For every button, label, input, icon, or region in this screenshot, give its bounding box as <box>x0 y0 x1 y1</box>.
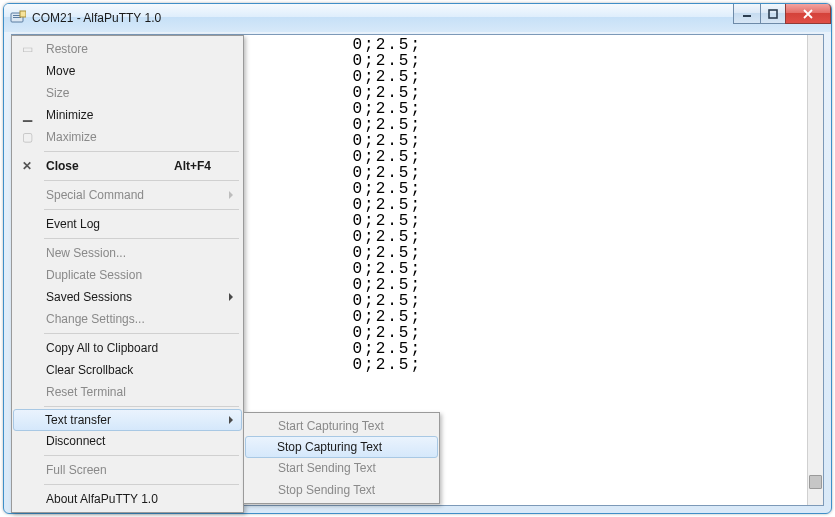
menu-separator <box>44 406 239 407</box>
svg-rect-4 <box>743 15 751 17</box>
menu-full-screen[interactable]: Full Screen <box>14 459 241 481</box>
menu-separator <box>44 333 239 334</box>
chevron-right-icon <box>229 293 233 301</box>
menu-text-transfer[interactable]: Text transfer <box>13 409 242 431</box>
minimize-icon: ▁ <box>20 108 34 122</box>
menu-copy-all[interactable]: Copy All to Clipboard <box>14 337 241 359</box>
menu-separator <box>44 151 239 152</box>
close-icon: ✕ <box>20 159 34 173</box>
close-button[interactable] <box>785 4 831 24</box>
scrollbar[interactable] <box>807 35 823 505</box>
submenu-start-capturing[interactable]: Start Capturing Text <box>246 415 437 437</box>
menu-maximize[interactable]: ▢Maximize <box>14 126 241 148</box>
menu-special-command[interactable]: Special Command <box>14 184 241 206</box>
close-shortcut: Alt+F4 <box>174 159 211 173</box>
svg-rect-5 <box>769 10 777 18</box>
menu-saved-sessions[interactable]: Saved Sessions <box>14 286 241 308</box>
chevron-right-icon <box>229 416 233 424</box>
menu-minimize[interactable]: ▁Minimize <box>14 104 241 126</box>
scrollbar-thumb[interactable] <box>809 475 822 489</box>
maximize-icon: ▢ <box>20 130 34 144</box>
menu-separator <box>44 209 239 210</box>
menu-change-settings[interactable]: Change Settings... <box>14 308 241 330</box>
submenu-stop-capturing[interactable]: Stop Capturing Text <box>245 436 438 458</box>
menu-event-log[interactable]: Event Log <box>14 213 241 235</box>
menu-disconnect[interactable]: Disconnect <box>14 430 241 452</box>
svg-rect-3 <box>20 11 26 17</box>
menu-close[interactable]: ✕CloseAlt+F4 <box>14 155 241 177</box>
submenu-stop-sending[interactable]: Stop Sending Text <box>246 479 437 501</box>
menu-separator <box>44 238 239 239</box>
minimize-button[interactable] <box>733 4 761 24</box>
system-menu: ▭Restore Move Size ▁Minimize ▢Maximize ✕… <box>11 35 244 513</box>
menu-separator <box>44 484 239 485</box>
maximize-button[interactable] <box>760 4 786 24</box>
menu-new-session[interactable]: New Session... <box>14 242 241 264</box>
menu-clear-scrollback[interactable]: Clear Scrollback <box>14 359 241 381</box>
menu-duplicate-session[interactable]: Duplicate Session <box>14 264 241 286</box>
menu-move[interactable]: Move <box>14 60 241 82</box>
text-transfer-submenu: Start Capturing Text Stop Capturing Text… <box>243 412 440 504</box>
menu-size[interactable]: Size <box>14 82 241 104</box>
app-window: COM21 - AlfaPuTTY 1.0 0;2.5; 0;2.5; 0;2.… <box>3 3 832 514</box>
app-icon <box>10 10 26 26</box>
submenu-start-sending[interactable]: Start Sending Text <box>246 457 437 479</box>
menu-separator <box>44 180 239 181</box>
window-controls <box>734 4 831 24</box>
menu-about[interactable]: About AlfaPuTTY 1.0 <box>14 488 241 510</box>
chevron-right-icon <box>229 191 233 199</box>
menu-reset-terminal[interactable]: Reset Terminal <box>14 381 241 403</box>
restore-icon: ▭ <box>20 42 34 56</box>
window-title: COM21 - AlfaPuTTY 1.0 <box>32 11 161 25</box>
titlebar[interactable]: COM21 - AlfaPuTTY 1.0 <box>4 4 831 32</box>
menu-restore[interactable]: ▭Restore <box>14 38 241 60</box>
menu-separator <box>44 455 239 456</box>
